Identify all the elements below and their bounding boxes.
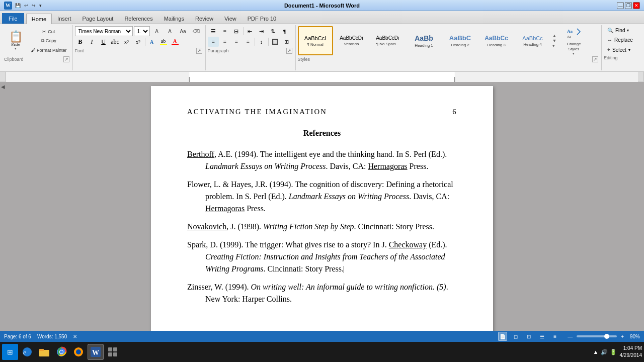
- select-button[interactable]: ⌖ Select ▾: [604, 45, 636, 54]
- find-dropdown[interactable]: ▾: [627, 28, 629, 33]
- more-quick-btn[interactable]: ▾: [38, 3, 43, 8]
- restore-button[interactable]: ❐: [625, 2, 632, 9]
- taskbar-ie-icon[interactable]: e: [19, 344, 35, 360]
- paste-dropdown[interactable]: ▾: [15, 47, 17, 51]
- align-right-button[interactable]: ≡: [231, 37, 242, 47]
- strikethrough-button[interactable]: abc: [110, 37, 121, 47]
- replace-button[interactable]: ↔ Replace: [604, 36, 636, 44]
- grow-font-button[interactable]: A: [151, 27, 163, 36]
- taskbar-chrome-icon[interactable]: [53, 344, 69, 360]
- select-dropdown[interactable]: ▾: [628, 48, 630, 52]
- tab-references[interactable]: References: [119, 13, 158, 24]
- taskbar-squares-icon[interactable]: [105, 344, 121, 360]
- subscript-button[interactable]: x2: [121, 37, 132, 47]
- editing-group-bottom: Editing: [604, 55, 639, 60]
- paste-button[interactable]: 📋 Paste ▾: [4, 26, 27, 55]
- change-styles-label: ChangeStyles: [567, 42, 581, 51]
- minimize-button[interactable]: —: [617, 2, 624, 9]
- bullets-button[interactable]: ☰: [208, 26, 219, 36]
- tab-home[interactable]: Home: [26, 14, 52, 24]
- taskbar-firefox-icon[interactable]: [70, 344, 87, 360]
- align-left-button[interactable]: ≡: [208, 37, 219, 47]
- taskbar-word-icon[interactable]: W: [88, 344, 104, 360]
- style-veranda[interactable]: AaBbCcDı Veranda: [334, 26, 369, 55]
- show-marks-button[interactable]: ¶: [279, 26, 290, 36]
- paragraph-expand-icon[interactable]: ↗: [286, 48, 292, 54]
- styles-scroll-up[interactable]: ▲: [552, 33, 557, 38]
- font-expand-icon[interactable]: ↗: [196, 48, 202, 54]
- redo-quick-btn[interactable]: ↪: [31, 3, 37, 8]
- borders-button[interactable]: ⊞: [281, 37, 292, 47]
- font-size-select[interactable]: 12: [134, 26, 150, 36]
- para-row1: ☰ ≡ ⊟ ⇤ ⇥ ⇅ ¶: [208, 26, 292, 36]
- nav-back-button[interactable]: ◀: [0, 84, 6, 89]
- styles-scroll-more[interactable]: ▾: [552, 43, 557, 48]
- start-button[interactable]: ⊞: [2, 344, 18, 360]
- style-normal[interactable]: AaBbCcI ¶ Normal: [298, 26, 333, 55]
- cut-button[interactable]: ✂ Cut: [28, 28, 69, 36]
- tab-review[interactable]: Review: [190, 13, 219, 24]
- ref1-author-underline: Berthoff: [187, 150, 214, 158]
- italic-button[interactable]: I: [87, 37, 98, 47]
- view-fullscreen-button[interactable]: ◻: [511, 332, 520, 341]
- increase-indent-button[interactable]: ⇥: [256, 26, 267, 36]
- paragraph-group: ☰ ≡ ⊟ ⇤ ⇥ ⇅ ¶ ≡ ≡ ≡ ≡ ↕ 🔲: [206, 25, 296, 70]
- tab-page-layout[interactable]: Page Layout: [77, 13, 119, 24]
- change-styles-button[interactable]: Aa Aa ChangeStyles ▾: [558, 26, 589, 55]
- find-button[interactable]: 🔍 Find ▾: [604, 26, 636, 35]
- style-heading1[interactable]: AaBb Heading 1: [407, 26, 442, 55]
- style-heading3[interactable]: AaBbCc Heading 3: [479, 26, 514, 55]
- change-styles-arrow: ▾: [573, 52, 575, 55]
- styles-scroll[interactable]: ▲ ▼ ▾: [552, 33, 557, 48]
- select-label: Select: [612, 47, 626, 53]
- ref-entry-2: Flower, L. & Hayes, J.R. (1994). The cog…: [187, 178, 457, 215]
- font-color-button[interactable]: A: [170, 37, 181, 47]
- styles-scroll-down[interactable]: ▼: [552, 38, 557, 43]
- shrink-font-button[interactable]: A: [164, 27, 176, 36]
- decrease-indent-button[interactable]: ⇤: [245, 26, 256, 36]
- view-draft-button[interactable]: ≡: [550, 332, 559, 341]
- clear-format-button[interactable]: ⌫: [190, 27, 202, 36]
- tab-mailings[interactable]: Mailings: [158, 13, 190, 24]
- style-heading2[interactable]: AaBbC Heading 2: [443, 26, 478, 55]
- styles-group-label: Styles: [298, 57, 310, 62]
- styles-expand-icon[interactable]: ↗: [592, 56, 598, 62]
- tab-insert[interactable]: Insert: [52, 13, 77, 24]
- style-heading4[interactable]: AaBbCc Heading 4: [515, 26, 550, 55]
- view-outline-button[interactable]: ☰: [537, 332, 546, 341]
- highlight-button[interactable]: ab: [158, 37, 169, 47]
- style-no-space[interactable]: AaBbCcDı ¶ No Spaci...: [370, 26, 406, 55]
- zoom-plus[interactable]: +: [621, 334, 624, 339]
- tab-pdf-pro[interactable]: PDF Pro 10: [242, 13, 282, 24]
- clipboard-expand-icon[interactable]: ↗: [63, 56, 69, 62]
- numbering-button[interactable]: ≡: [219, 26, 230, 36]
- line-spacing-button[interactable]: ↕: [256, 37, 267, 47]
- sort-button[interactable]: ⇅: [268, 26, 279, 36]
- spell-check-icon[interactable]: ✕: [73, 334, 77, 339]
- undo-quick-btn[interactable]: ↩: [23, 3, 29, 8]
- shading-button[interactable]: 🔲: [270, 37, 281, 47]
- align-center-button[interactable]: ≡: [219, 37, 230, 47]
- font-name-select[interactable]: Times New Roman: [75, 26, 133, 36]
- zoom-slider[interactable]: [577, 335, 617, 337]
- justify-button[interactable]: ≡: [243, 37, 254, 47]
- format-painter-button[interactable]: 🖌 Format Painter: [28, 46, 69, 54]
- ref1-hermagoras: Hermagoras: [368, 162, 407, 170]
- superscript-button[interactable]: x2: [133, 37, 144, 47]
- text-effects-button[interactable]: A: [146, 37, 157, 47]
- change-case-button[interactable]: Aa: [177, 27, 189, 36]
- taskbar-folder-icon[interactable]: [36, 344, 52, 360]
- close-button[interactable]: ✕: [633, 2, 640, 9]
- tab-file[interactable]: File: [2, 13, 24, 24]
- ruler-right-side: [638, 72, 644, 81]
- view-web-button[interactable]: ⊡: [524, 332, 533, 341]
- zoom-minus[interactable]: —: [568, 334, 573, 339]
- zoom-thumb: [604, 334, 609, 339]
- save-quick-btn[interactable]: 💾: [14, 3, 22, 8]
- copy-button[interactable]: ⧉ Copy: [28, 37, 69, 45]
- tab-view[interactable]: View: [219, 13, 242, 24]
- multilevel-button[interactable]: ⊟: [231, 26, 242, 36]
- view-print-button[interactable]: 📄: [498, 332, 507, 341]
- underline-button[interactable]: U: [98, 37, 109, 47]
- bold-button[interactable]: B: [75, 37, 86, 47]
